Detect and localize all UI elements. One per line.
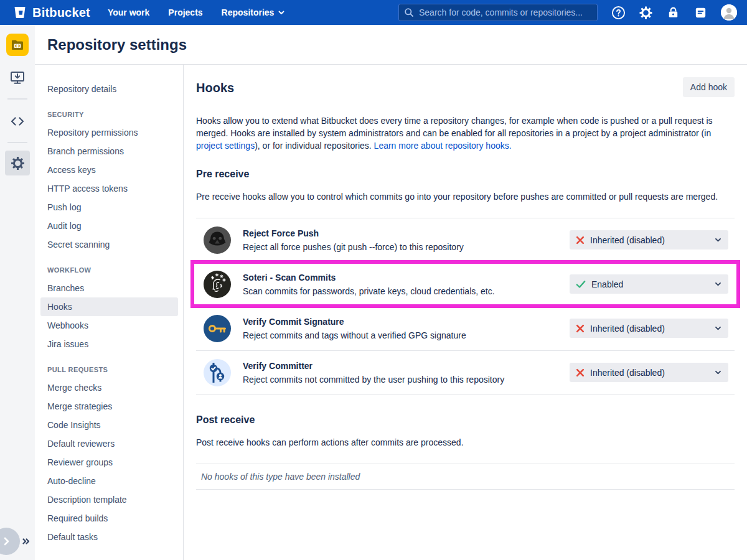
expand-sidebar-icon bbox=[21, 536, 31, 546]
hook-description: Reject all force pushes (git push --forc… bbox=[243, 241, 570, 253]
left-icon-rail bbox=[0, 25, 35, 560]
intro-text-2: ), or for individual repositories. bbox=[255, 141, 374, 151]
expand-sidebar-control[interactable] bbox=[0, 528, 31, 555]
bitbucket-brand[interactable]: Bitbucket bbox=[12, 5, 90, 20]
commit-graph-avatar-icon bbox=[204, 359, 231, 386]
hook-name: Soteri - Scan Commits bbox=[243, 272, 570, 283]
search-icon bbox=[404, 7, 414, 17]
top-nav-links: Your work Projects Repositories bbox=[108, 7, 285, 17]
hook-status-label: Inherited (disabled) bbox=[590, 324, 714, 334]
hook-description: Scan commits for passwords, private keys… bbox=[243, 286, 570, 297]
global-search[interactable] bbox=[398, 4, 598, 21]
sidebar-item-http-access-tokens[interactable]: HTTP access tokens bbox=[40, 179, 178, 198]
gold-key-avatar-icon bbox=[204, 315, 231, 342]
pre-receive-description: Pre receive hooks allow you to control w… bbox=[196, 190, 735, 203]
sidebar-section-workflow: WORKFLOW bbox=[47, 264, 171, 276]
sidebar-item-merge-checks[interactable]: Merge checks bbox=[40, 378, 178, 397]
nav-your-work[interactable]: Your work bbox=[108, 7, 149, 17]
sidebar-section-security: SECURITY bbox=[47, 108, 171, 121]
disabled-x-icon bbox=[576, 368, 585, 377]
sidebar-item-secret-scanning[interactable]: Secret scanning bbox=[40, 235, 178, 254]
sidebar-section-pull-requests: PULL REQUESTS bbox=[47, 363, 171, 376]
soteri-face-avatar-icon bbox=[204, 271, 231, 298]
pre-receive-heading: Pre receive bbox=[196, 168, 735, 180]
darth-vader-avatar-icon bbox=[204, 226, 231, 254]
sidebar-item-merge-strategies[interactable]: Merge strategies bbox=[40, 397, 178, 416]
chevron-down-icon bbox=[714, 280, 722, 288]
hooks-main-panel: Hooks Add hook Hooks allow you to extend… bbox=[184, 65, 747, 560]
help-icon[interactable] bbox=[611, 6, 626, 20]
sidebar-item-audit-log[interactable]: Audit log bbox=[40, 217, 178, 235]
hook-name: Verify Committer bbox=[243, 360, 570, 371]
sidebar-item-webhooks[interactable]: Webhooks bbox=[40, 316, 178, 335]
settings-sidenav: Repository details SECURITY Repository p… bbox=[35, 65, 184, 560]
navbar-icon-group bbox=[611, 4, 737, 21]
chevron-down-icon bbox=[714, 368, 722, 376]
rail-divider bbox=[7, 142, 27, 143]
nav-projects-label: Projects bbox=[168, 7, 202, 17]
sidebar-item-repository-permissions[interactable]: Repository permissions bbox=[40, 123, 178, 142]
hook-row-verify-committer: Verify Committer Reject commits not comm… bbox=[196, 351, 735, 395]
settings-gear-icon[interactable] bbox=[639, 6, 653, 20]
sidebar-item-description-template[interactable]: Description template bbox=[40, 490, 178, 509]
intro-text-1: Hooks allow you to extend what Bitbucket… bbox=[196, 116, 713, 138]
top-navbar: Bitbucket Your work Projects Repositorie… bbox=[0, 0, 747, 25]
sidebar-item-auto-decline[interactable]: Auto-decline bbox=[40, 472, 178, 490]
hook-status-label: Inherited (disabled) bbox=[590, 235, 714, 245]
page-title: Repository settings bbox=[47, 36, 187, 54]
sidebar-item-code-insights[interactable]: Code Insights bbox=[40, 416, 178, 434]
nav-projects[interactable]: Projects bbox=[168, 7, 202, 17]
expand-circle[interactable] bbox=[0, 528, 20, 555]
sidebar-item-push-log[interactable]: Push log bbox=[40, 198, 178, 217]
bitbucket-logo-icon bbox=[12, 5, 27, 20]
nav-repositories-label: Repositories bbox=[222, 7, 275, 17]
project-settings-link[interactable]: project settings bbox=[196, 141, 255, 151]
feedback-icon[interactable] bbox=[693, 6, 708, 20]
source-code-icon[interactable] bbox=[9, 113, 26, 129]
rail-divider bbox=[7, 98, 27, 100]
hook-description: Reject commits and tags without a verifi… bbox=[243, 330, 570, 341]
sidebar-item-branch-permissions[interactable]: Branch permissions bbox=[40, 142, 178, 161]
chevron-down-icon bbox=[278, 9, 285, 16]
hook-name: Reject Force Push bbox=[243, 228, 570, 239]
sidebar-item-reviewer-groups[interactable]: Reviewer groups bbox=[40, 453, 178, 472]
add-hook-button[interactable]: Add hook bbox=[683, 77, 735, 97]
chevron-down-icon bbox=[714, 236, 722, 244]
search-input[interactable] bbox=[418, 7, 592, 18]
disabled-x-icon bbox=[576, 236, 585, 245]
user-avatar[interactable] bbox=[721, 4, 737, 21]
sidebar-item-default-tasks[interactable]: Default tasks bbox=[40, 528, 178, 546]
hooks-heading: Hooks bbox=[196, 81, 234, 95]
sidebar-item-access-keys[interactable]: Access keys bbox=[40, 161, 178, 179]
clone-icon[interactable] bbox=[9, 70, 26, 86]
repository-settings-gear-icon[interactable] bbox=[5, 151, 30, 175]
sidebar-item-branches[interactable]: Branches bbox=[40, 279, 178, 297]
hook-status-select-verify-committer[interactable]: Inherited (disabled) bbox=[570, 363, 728, 382]
learn-more-link[interactable]: Learn more about repository hooks. bbox=[374, 141, 512, 151]
sidebar-item-jira-issues[interactable]: Jira issues bbox=[40, 335, 178, 353]
brand-label: Bitbucket bbox=[32, 6, 90, 20]
post-receive-heading: Post receive bbox=[196, 414, 735, 426]
post-receive-empty-message: No hooks of this type have been installe… bbox=[196, 464, 735, 490]
hook-name: Verify Commit Signature bbox=[243, 316, 570, 327]
enabled-check-icon bbox=[576, 280, 586, 289]
pre-receive-hook-list: Reject Force Push Reject all force pushe… bbox=[196, 218, 735, 395]
hooks-intro-text: Hooks allow you to extend what Bitbucket… bbox=[196, 114, 735, 152]
hook-row-verify-commit-signature: Verify Commit Signature Reject commits a… bbox=[196, 307, 735, 351]
post-receive-description: Post receive hooks can perform actions a… bbox=[196, 436, 735, 449]
hook-status-select-reject-force-push[interactable]: Inherited (disabled) bbox=[570, 230, 728, 250]
nav-your-work-label: Your work bbox=[108, 7, 149, 17]
hook-status-select-verify-commit-signature[interactable]: Inherited (disabled) bbox=[570, 319, 728, 338]
hook-status-select-soteri[interactable]: Enabled bbox=[570, 274, 728, 294]
sidebar-item-required-builds[interactable]: Required builds bbox=[40, 509, 178, 528]
hook-status-label: Enabled bbox=[591, 279, 714, 289]
repository-avatar-folder-code[interactable] bbox=[6, 34, 29, 56]
nav-repositories[interactable]: Repositories bbox=[222, 7, 286, 17]
hook-row-soteri-scan-commits: Soteri - Scan Commits Scan commits for p… bbox=[196, 263, 735, 307]
hook-row-reject-force-push: Reject Force Push Reject all force pushe… bbox=[196, 218, 735, 263]
admin-lock-icon[interactable] bbox=[666, 6, 680, 20]
sidebar-item-repository-details[interactable]: Repository details bbox=[40, 80, 178, 98]
page-header: Repository settings bbox=[35, 25, 747, 65]
sidebar-item-default-reviewers[interactable]: Default reviewers bbox=[40, 434, 178, 453]
sidebar-item-hooks[interactable]: Hooks bbox=[40, 297, 178, 316]
